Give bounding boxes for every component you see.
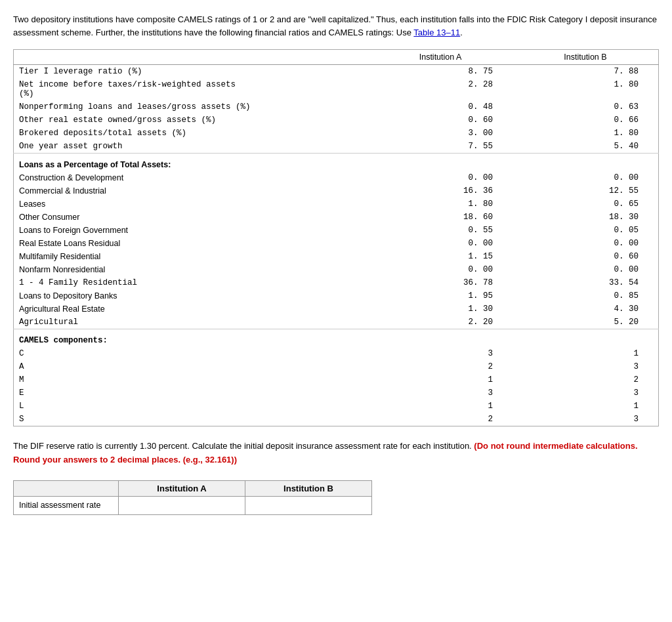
row-value-b: 7. 88: [513, 65, 659, 79]
row-value-b: 0. 00: [513, 263, 659, 276]
row-label: Loans to Depository Banks: [14, 289, 369, 302]
answer-input-b[interactable]: [251, 499, 366, 512]
row-label: Real Estate Loans Residual: [14, 237, 369, 250]
row-label: Agricultural Real Estate: [14, 302, 369, 316]
table-row: Loans as a Percentage of Total Assets:: [14, 154, 659, 172]
row-value-b: 1: [513, 400, 659, 413]
table-row: Leases1. 800. 65: [14, 197, 659, 211]
answer-input-a[interactable]: [124, 499, 240, 512]
table-row: Real Estate Loans Residual0. 000. 00: [14, 237, 659, 250]
row-value-b: 0. 63: [513, 100, 659, 114]
row-label: Commercial & Industrial: [14, 184, 369, 197]
row-value-b: 5. 40: [513, 140, 659, 154]
table-row: Nonperforming loans and leases/gross ass…: [14, 100, 659, 114]
financial-data-table: Institution A Institution B Tier I lever…: [13, 49, 659, 426]
row-value-a: 3: [368, 347, 513, 360]
row-value-b: 0. 00: [513, 171, 659, 184]
row-label: Loans to Foreign Government: [14, 224, 369, 237]
row-value-a: 2: [368, 360, 513, 373]
row-value-b: 1: [513, 347, 659, 360]
table-row: 1 - 4 Family Residential36. 7833. 54: [14, 276, 659, 289]
table-row: Other real estate owned/gross assets (%)…: [14, 114, 659, 127]
table-row: CAMELS components:: [14, 329, 659, 348]
row-value-b: 0. 85: [513, 289, 659, 302]
row-value-a: 0. 00: [368, 171, 513, 184]
row-value-b: [513, 329, 659, 348]
row-label: Nonperforming loans and leases/gross ass…: [14, 100, 369, 114]
table-row: S23: [14, 413, 659, 426]
row-value-b: 0. 66: [513, 114, 659, 127]
row-value-a: 1. 95: [368, 289, 513, 302]
row-value-b: 1. 80: [513, 78, 659, 100]
row-label: Loans as a Percentage of Total Assets:: [14, 154, 369, 172]
intro-paragraph: Two depository institutions have composi…: [13, 13, 659, 39]
answer-input-b-cell[interactable]: [245, 496, 372, 514]
row-label: L: [14, 400, 369, 413]
row-label: Brokered deposits/total assets (%): [14, 127, 369, 140]
row-value-a: 18. 60: [368, 211, 513, 224]
row-value-a: 36. 78: [368, 276, 513, 289]
table-row: One year asset growth7. 555. 40: [14, 140, 659, 154]
answer-col-a: Institution A: [119, 480, 245, 496]
row-value-b: 18. 30: [513, 211, 659, 224]
row-value-a: 2: [368, 413, 513, 426]
row-label: Leases: [14, 197, 369, 211]
answer-input-a-cell[interactable]: [119, 496, 245, 514]
table-row: Net income before taxes/risk-weighted as…: [14, 78, 659, 100]
answer-col-b: Institution B: [245, 480, 372, 496]
row-label: Other Consumer: [14, 211, 369, 224]
row-value-b: 1. 80: [513, 127, 659, 140]
table-row: L11: [14, 400, 659, 413]
row-label: Net income before taxes/risk-weighted as…: [14, 78, 369, 100]
table-row: A23: [14, 360, 659, 373]
row-value-a: 7. 55: [368, 140, 513, 154]
bottom-text-normal: The DIF reserve ratio is currently 1.30 …: [13, 441, 472, 451]
row-label: A: [14, 360, 369, 373]
row-label: E: [14, 386, 369, 400]
table-row: Loans to Depository Banks1. 950. 85: [14, 289, 659, 302]
table-row: Tier I leverage ratio (%)8. 757. 88: [14, 65, 659, 79]
row-label: One year asset growth: [14, 140, 369, 154]
row-value-a: 3. 00: [368, 127, 513, 140]
row-label: M: [14, 373, 369, 386]
intro-text: Two depository institutions have composi…: [13, 14, 657, 37]
answer-table: Institution A Institution B Initial asse…: [13, 480, 372, 515]
row-value-b: 33. 54: [513, 276, 659, 289]
table-row: Agricultural2. 205. 20: [14, 316, 659, 329]
answer-col-label: [14, 480, 119, 496]
row-value-a: [368, 154, 513, 172]
row-label: Agricultural: [14, 316, 369, 329]
row-value-b: 4. 30: [513, 302, 659, 316]
table-row: M12: [14, 373, 659, 386]
row-value-b: 3: [513, 360, 659, 373]
row-label: C: [14, 347, 369, 360]
row-value-a: 1: [368, 400, 513, 413]
table-row: Nonfarm Nonresidential0. 000. 00: [14, 263, 659, 276]
row-value-b: 0. 05: [513, 224, 659, 237]
row-value-b: 5. 20: [513, 316, 659, 329]
row-value-a: 0. 48: [368, 100, 513, 114]
row-value-a: 8. 75: [368, 65, 513, 79]
col-header-institution-b: Institution B: [513, 50, 659, 65]
answer-row-label: Initial assessment rate: [14, 496, 119, 514]
row-value-b: 3: [513, 413, 659, 426]
row-value-b: 3: [513, 386, 659, 400]
row-value-a: 2. 20: [368, 316, 513, 329]
row-label: CAMELS components:: [14, 329, 369, 348]
row-value-a: 0. 60: [368, 114, 513, 127]
row-value-a: 1: [368, 373, 513, 386]
table-row: Agricultural Real Estate1. 304. 30: [14, 302, 659, 316]
intro-text-after: .: [460, 28, 463, 37]
table-row: Commercial & Industrial16. 3612. 55: [14, 184, 659, 197]
row-label: S: [14, 413, 369, 426]
table-link[interactable]: Table 13–11: [413, 28, 460, 37]
table-row: Brokered deposits/total assets (%)3. 001…: [14, 127, 659, 140]
table-row: E33: [14, 386, 659, 400]
row-value-a: 1. 30: [368, 302, 513, 316]
col-header-institution-a: Institution A: [368, 50, 513, 65]
row-value-a: 0. 00: [368, 263, 513, 276]
row-value-a: 16. 36: [368, 184, 513, 197]
row-label: 1 - 4 Family Residential: [14, 276, 369, 289]
bottom-paragraph: The DIF reserve ratio is currently 1.30 …: [13, 440, 659, 467]
row-label: Nonfarm Nonresidential: [14, 263, 369, 276]
